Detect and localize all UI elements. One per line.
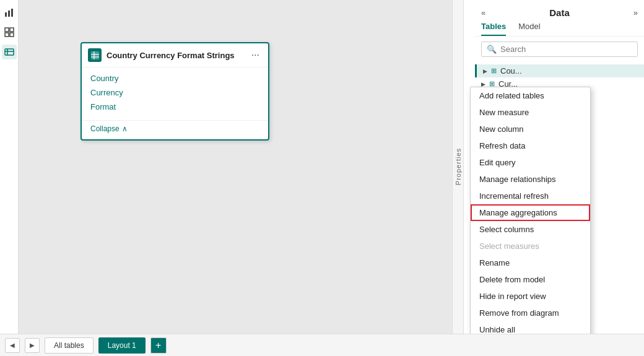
properties-label: Properties [455, 148, 462, 185]
context-menu-refresh-data[interactable]: Refresh data [471, 137, 590, 154]
search-box: 🔍 [481, 41, 638, 57]
panel-tabs: Tables Model [475, 18, 644, 37]
context-menu-hide-in-report-view[interactable]: Hide in report view [471, 288, 590, 305]
chevron-right-icon: ▶ [481, 81, 485, 87]
search-input[interactable] [500, 45, 632, 54]
chevron-right-icon: ▶ [483, 68, 487, 74]
properties-label-wrap: Properties [453, 0, 464, 334]
add-layout-button[interactable]: + [150, 337, 167, 354]
nav-next-button[interactable]: ▶ [25, 338, 40, 353]
svg-rect-7 [5, 49, 14, 55]
panel-header: « Data » [475, 0, 644, 18]
svg-rect-2 [11, 9, 13, 17]
context-menu-incremental-refresh[interactable]: Incremental refresh [471, 188, 590, 204]
tab-model[interactable]: Model [518, 22, 540, 36]
table-list-item-label: Cou... [500, 66, 522, 76]
nav-prev-button[interactable]: ◀ [5, 338, 20, 353]
canvas-area: Country Currency Format Strings ··· Coun… [19, 0, 452, 334]
svg-rect-6 [10, 33, 14, 37]
sidebar-bar-chart-icon[interactable] [2, 5, 17, 20]
field-currency[interactable]: Currency [90, 85, 259, 100]
table-card-footer: Collapse ∧ [82, 120, 268, 139]
table-card-title: Country Currency Format Strings [107, 51, 244, 60]
context-menu-select-measures: Select measures [471, 238, 590, 254]
sidebar-model-icon[interactable] [2, 45, 17, 59]
context-menu-unhide-all[interactable]: Unhide all [471, 321, 590, 334]
svg-rect-1 [8, 11, 10, 17]
search-icon: 🔍 [487, 45, 497, 54]
field-country[interactable]: Country [90, 71, 259, 85]
table-card-body: Country Currency Format [82, 67, 268, 118]
context-menu-rename[interactable]: Rename [471, 254, 590, 271]
sidebar-grid-icon[interactable] [2, 25, 17, 40]
context-menu-manage-aggregations[interactable]: Manage aggregations [471, 204, 590, 221]
context-menu-new-measure[interactable]: New measure [471, 104, 590, 121]
svg-rect-5 [5, 33, 9, 37]
collapse-chevron-icon: ∧ [122, 124, 128, 133]
context-menu-delete-from-model[interactable]: Delete from model [471, 271, 590, 288]
all-tables-tab[interactable]: All tables [45, 337, 94, 354]
context-menu-add-related-tables[interactable]: Add related tables [471, 87, 590, 104]
tab-tables[interactable]: Tables [481, 22, 506, 36]
panel-collapse-left[interactable]: « [481, 8, 485, 17]
right-panel-inner: « Data » Tables Model 🔍 ▶ [475, 0, 644, 334]
context-menu-manage-relationships[interactable]: Manage relationships [471, 171, 590, 188]
bottom-bar: ◀ ▶ All tables Layout 1 + [0, 334, 644, 356]
svg-rect-0 [5, 12, 7, 17]
grid-icon: ⊞ [491, 67, 497, 75]
table-card-header: Country Currency Format Strings ··· [82, 43, 268, 67]
table-list-item-0[interactable]: ▶ ⊞ Cou... [475, 64, 644, 77]
table-card: Country Currency Format Strings ··· Coun… [80, 42, 269, 141]
layout1-tab[interactable]: Layout 1 [98, 337, 146, 354]
context-menu-new-column[interactable]: New column [471, 121, 590, 137]
context-menu-remove-from-diagram[interactable]: Remove from diagram [471, 305, 590, 321]
table-card-icon [88, 48, 102, 62]
collapse-label: Collapse [90, 124, 120, 133]
svg-rect-4 [10, 28, 14, 32]
right-panel: Properties « Data » Tables Model 🔍 [452, 0, 644, 334]
svg-rect-10 [91, 51, 99, 59]
collapse-button[interactable]: Collapse ∧ [90, 124, 259, 133]
field-format[interactable]: Format [90, 100, 259, 114]
context-menu-select-columns[interactable]: Select columns [471, 221, 590, 238]
panel-title: Data [549, 7, 570, 18]
context-menu: Add related tables New measure New colum… [470, 87, 591, 334]
context-menu-edit-query[interactable]: Edit query [471, 154, 590, 171]
left-sidebar [0, 0, 19, 334]
table-menu-button[interactable]: ··· [249, 50, 262, 61]
svg-rect-3 [5, 28, 9, 32]
panel-collapse-right[interactable]: » [633, 8, 638, 17]
